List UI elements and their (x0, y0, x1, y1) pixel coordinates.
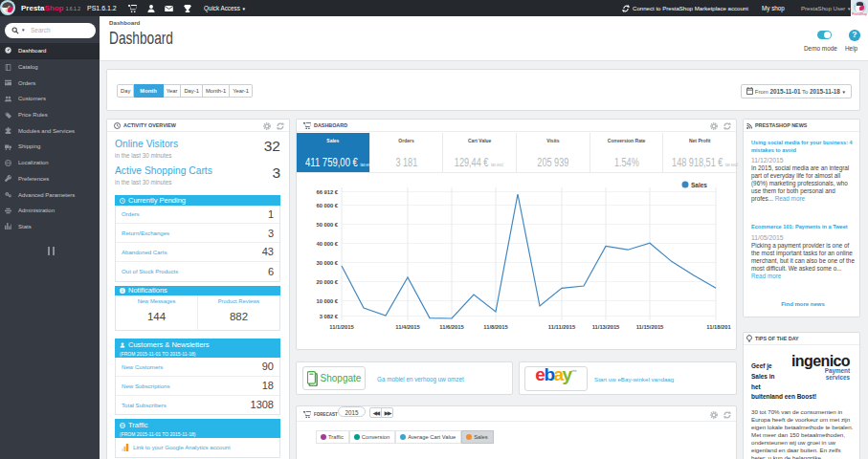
svg-text:40 000 €: 40 000 € (316, 241, 338, 247)
svg-text:30 000 €: 30 000 € (316, 260, 338, 266)
svg-text:11/18/201: 11/18/201 (706, 324, 731, 330)
svg-text:11/4/2015: 11/4/2015 (395, 324, 420, 330)
svg-text:11/15/2015: 11/15/2015 (636, 324, 664, 330)
svg-text:11/13/2015: 11/13/2015 (592, 324, 620, 330)
svg-text:11/8/2015: 11/8/2015 (483, 324, 508, 330)
svg-text:10 000 €: 10 000 € (316, 298, 338, 304)
svg-text:3 082 €: 3 082 € (320, 314, 339, 319)
svg-text:11/11/2015: 11/11/2015 (548, 324, 576, 330)
svg-text:66 912 €: 66 912 € (316, 189, 338, 195)
svg-text:11/6/2015: 11/6/2015 (439, 324, 464, 330)
svg-text:20 000 €: 20 000 € (316, 279, 338, 285)
svg-text:11/1/2015: 11/1/2015 (329, 324, 354, 330)
svg-text:60 000 €: 60 000 € (316, 203, 338, 208)
svg-text:Sales: Sales (691, 182, 707, 188)
svg-text:50 000 €: 50 000 € (316, 222, 338, 228)
